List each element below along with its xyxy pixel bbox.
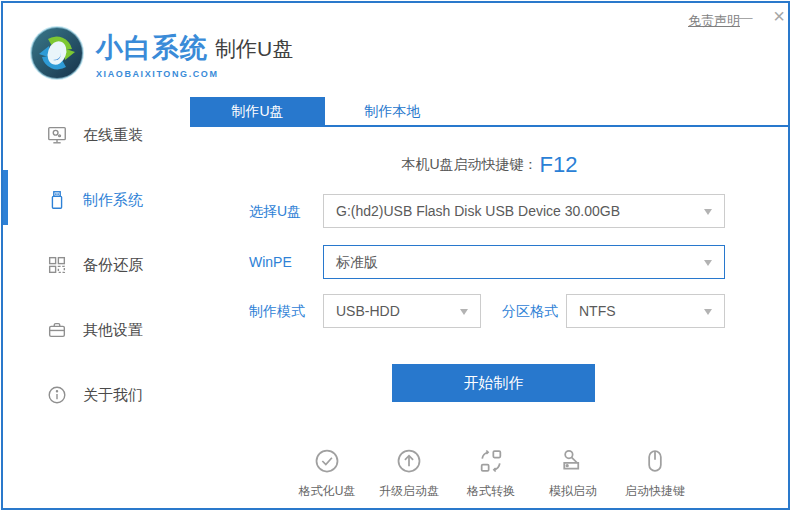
briefcase-icon — [46, 319, 68, 341]
tab-make-usb[interactable]: 制作U盘 — [190, 97, 325, 125]
check-circle-icon — [313, 447, 341, 475]
brand-text: 小白系统 XIAOBAIXITONG.COM — [96, 30, 219, 79]
mouse-icon — [641, 447, 669, 475]
tab-underline — [190, 125, 789, 127]
sidebar-item-label: 制作系统 — [83, 182, 143, 218]
sidebar-item-make-system[interactable]: 制作系统 — [3, 182, 188, 218]
tool-label: 启动快捷键 — [614, 483, 696, 500]
start-make-button[interactable]: 开始制作 — [392, 364, 595, 402]
tool-format-convert[interactable]: 格式转换 — [450, 447, 532, 500]
sidebar-item-label: 关于我们 — [83, 377, 143, 413]
chevron-down-icon — [704, 209, 712, 215]
tool-label: 格式转换 — [450, 483, 532, 500]
make-mode-value: USB-HDD — [336, 303, 400, 319]
convert-icon — [477, 447, 505, 475]
winpe-label: WinPE — [249, 245, 292, 279]
partition-format-dropdown[interactable]: NTFS — [566, 294, 725, 328]
sidebar-item-label: 其他设置 — [83, 312, 143, 348]
tab-make-local[interactable]: 制作本地 — [325, 97, 460, 125]
make-mode-dropdown[interactable]: USB-HDD — [323, 294, 481, 328]
tool-simulate-boot[interactable]: 模拟启动 — [532, 447, 614, 500]
tool-label: 格式化U盘 — [286, 483, 368, 500]
info-icon — [46, 384, 68, 406]
monitor-icon — [46, 124, 68, 146]
brand-name: 小白系统 — [96, 30, 219, 66]
tool-upgrade-boot-disk[interactable]: 升级启动盘 — [368, 447, 450, 500]
sidebar-item-label: 在线重装 — [83, 117, 143, 153]
sidebar-item-online-reinstall[interactable]: 在线重装 — [3, 117, 188, 153]
make-mode-label: 制作模式 — [249, 294, 305, 328]
disclaimer-link[interactable]: 免责声明 — [688, 12, 740, 30]
boot-hotkey-label: 本机U盘启动快捷键： — [401, 156, 537, 174]
stamp-icon — [559, 447, 587, 475]
close-button[interactable]: × — [767, 4, 790, 28]
chevron-down-icon — [460, 309, 468, 315]
arrow-up-circle-icon — [395, 447, 423, 475]
chevron-down-icon — [704, 260, 712, 266]
partition-format-label: 分区格式 — [502, 294, 558, 328]
minimize-button[interactable]: — — [734, 6, 756, 28]
brand-logo-icon — [28, 24, 86, 82]
winpe-dropdown[interactable]: 标准版 — [323, 245, 725, 279]
sidebar-item-about-us[interactable]: 关于我们 — [3, 377, 188, 413]
usb-select-value: G:(hd2)USB Flash Disk USB Device 30.00GB — [336, 203, 620, 219]
usb-select-dropdown[interactable]: G:(hd2)USB Flash Disk USB Device 30.00GB — [323, 194, 725, 228]
sidebar-item-label: 备份还原 — [83, 247, 143, 283]
usb-select-label: 选择U盘 — [249, 194, 301, 228]
grid-icon — [46, 254, 68, 276]
boot-hotkey-value: F12 — [540, 152, 578, 178]
tool-boot-hotkey[interactable]: 启动快捷键 — [614, 447, 696, 500]
page-title: 制作U盘 — [215, 35, 293, 63]
tool-format-usb[interactable]: 格式化U盘 — [286, 447, 368, 500]
partition-format-value: NTFS — [579, 303, 616, 319]
bottom-toolbar: 格式化U盘 升级启动盘 — [286, 447, 696, 500]
tool-label: 模拟启动 — [532, 483, 614, 500]
sidebar-item-other-settings[interactable]: 其他设置 — [3, 312, 188, 348]
chevron-down-icon — [704, 309, 712, 315]
app-window: 免责声明 — × 小白系统 XIAOBAIXITONG.COM 制作U盘 — [1, 1, 790, 510]
tool-label: 升级启动盘 — [368, 483, 450, 500]
winpe-value: 标准版 — [336, 254, 378, 270]
usb-drive-icon — [46, 189, 68, 211]
brand-domain: XIAOBAIXITONG.COM — [96, 69, 219, 79]
sidebar-item-backup-restore[interactable]: 备份还原 — [3, 247, 188, 283]
boot-hotkey-line: 本机U盘启动快捷键： F12 — [190, 148, 789, 182]
